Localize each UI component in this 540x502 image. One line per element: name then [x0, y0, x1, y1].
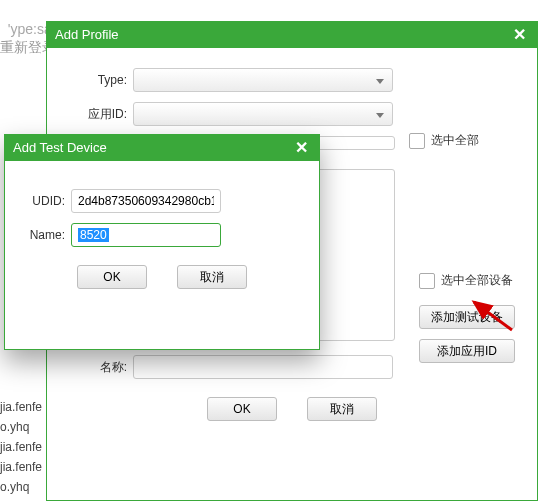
select-all-label: 选中全部	[431, 132, 479, 149]
app-id-label: 应用ID:	[65, 106, 127, 123]
add-test-device-titlebar[interactable]: Add Test Device ✕	[5, 135, 319, 161]
list-item: jia.fenfe	[0, 400, 42, 414]
add-profile-titlebar[interactable]: Add Profile ✕	[47, 22, 537, 48]
name-label: 名称:	[65, 359, 127, 376]
list-item: o.yhq	[0, 420, 29, 434]
device-name-label: Name:	[23, 228, 65, 242]
add-test-device-modal: Add Test Device ✕ UDID: Name: 8520 OK 取消	[4, 134, 320, 350]
udid-label: UDID:	[23, 194, 65, 208]
select-all-checkbox[interactable]	[409, 133, 425, 149]
device-name-input[interactable]: 8520	[71, 223, 221, 247]
list-item: jia.fenfe	[0, 440, 42, 454]
type-label: Type:	[65, 73, 127, 87]
device-name-value: 8520	[78, 228, 109, 242]
device-cancel-button[interactable]: 取消	[177, 265, 247, 289]
add-test-device-title: Add Test Device	[13, 135, 107, 161]
app-id-select[interactable]	[133, 102, 393, 126]
list-item: jia.fenfe	[0, 460, 42, 474]
select-all-devices-checkbox[interactable]	[419, 273, 435, 289]
type-select[interactable]	[133, 68, 393, 92]
select-all-devices-label: 选中全部设备	[441, 272, 513, 289]
add-test-device-button[interactable]: 添加测试设备	[419, 305, 515, 329]
device-ok-button[interactable]: OK	[77, 265, 147, 289]
close-icon[interactable]: ✕	[509, 26, 529, 44]
profile-cancel-button[interactable]: 取消	[307, 397, 377, 421]
profile-name-input[interactable]	[133, 355, 393, 379]
close-icon[interactable]: ✕	[291, 139, 311, 157]
udid-input[interactable]	[71, 189, 221, 213]
profile-ok-button[interactable]: OK	[207, 397, 277, 421]
list-item: o.yhq	[0, 480, 29, 494]
add-app-id-button[interactable]: 添加应用ID	[419, 339, 515, 363]
add-profile-title: Add Profile	[55, 22, 119, 48]
